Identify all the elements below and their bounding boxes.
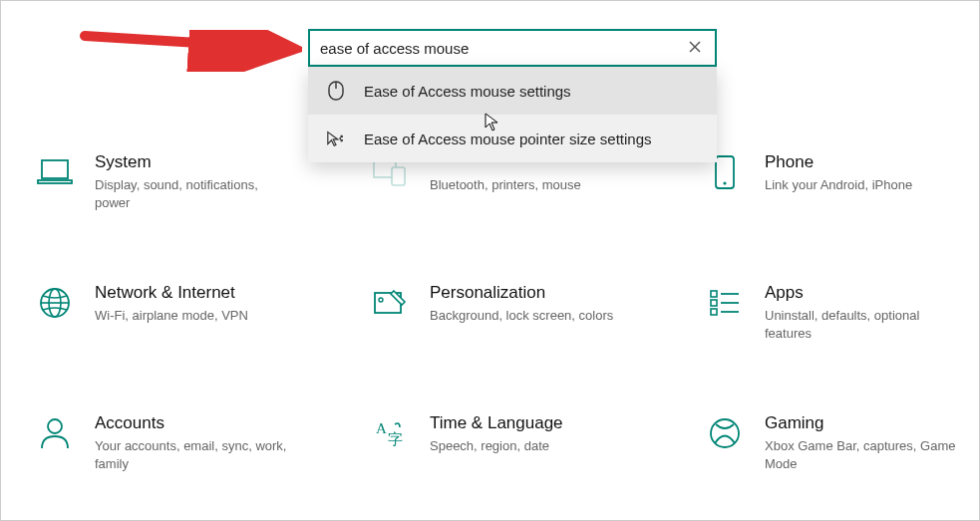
svg-text:字: 字 [388,431,403,447]
svg-rect-6 [42,160,68,178]
search-suggestion-label: Ease of Access mouse settings [364,83,571,100]
category-desc: Uninstall, defaults, optional features [765,307,964,342]
svg-rect-9 [392,167,405,185]
svg-rect-7 [38,180,72,183]
laptop-icon [35,152,75,192]
search-suggestion-item[interactable]: Ease of Access mouse settings [308,67,717,115]
search-input[interactable] [320,40,685,57]
svg-line-1 [85,36,278,48]
category-accounts[interactable]: Accounts Your accounts, email, sync, wor… [35,413,350,472]
category-title: Apps [765,283,964,303]
category-title: Time & Language [430,413,563,433]
category-desc: Your accounts, email, sync, work, family [95,437,294,472]
pointer-size-icon [326,129,346,148]
svg-text:A: A [376,420,387,436]
search-suggestions: Ease of Access mouse settings Ease of Ac… [308,67,717,162]
annotation-arrow [79,30,302,72]
search-container: Ease of Access mouse settings Ease of Ac… [308,29,717,162]
category-desc: Xbox Game Bar, captures, Game Mode [765,437,964,472]
category-title: System [95,152,294,172]
cursor-icon [485,113,500,132]
svg-rect-19 [711,309,717,315]
settings-categories: System Display, sound, notifications, po… [35,152,979,472]
xbox-icon [705,413,745,453]
category-title: Phone [765,152,912,172]
svg-rect-17 [711,291,717,297]
search-suggestion-item[interactable]: Ease of Access mouse pointer size settin… [308,115,717,162]
svg-rect-18 [711,300,717,306]
category-phone[interactable]: Phone Link your Android, iPhone [705,152,980,211]
category-network[interactable]: Network & Internet Wi-Fi, airplane mode,… [35,283,350,342]
search-box[interactable] [308,29,717,67]
category-desc: Background, lock screen, colors [430,307,613,325]
globe-icon [35,283,75,323]
category-desc: Bluetooth, printers, mouse [430,176,581,194]
close-icon [689,41,701,53]
personalization-icon [370,283,410,323]
category-title: Personalization [430,283,613,303]
category-desc: Speech, region, date [430,437,563,455]
apps-icon [705,283,745,323]
language-icon: A字 [370,413,410,453]
search-suggestion-label: Ease of Access mouse pointer size settin… [364,130,651,147]
mouse-icon [326,81,346,101]
svg-point-11 [723,181,726,184]
category-desc: Wi-Fi, airplane mode, VPN [95,307,248,325]
category-system[interactable]: System Display, sound, notifications, po… [35,152,350,211]
category-title: Accounts [95,413,294,433]
category-gaming[interactable]: Gaming Xbox Game Bar, captures, Game Mod… [705,413,980,472]
category-title: Network & Internet [95,283,248,303]
clear-search-button[interactable] [685,40,705,56]
person-icon [35,413,75,453]
svg-point-23 [48,419,62,433]
category-time-language[interactable]: A字 Time & Language Speech, region, date [370,413,685,472]
category-title: Gaming [765,413,964,433]
category-desc: Display, sound, notifications, power [95,176,294,211]
category-apps[interactable]: Apps Uninstall, defaults, optional featu… [705,283,980,342]
svg-point-16 [379,298,383,302]
category-desc: Link your Android, iPhone [765,176,912,194]
category-personalization[interactable]: Personalization Background, lock screen,… [370,283,685,342]
